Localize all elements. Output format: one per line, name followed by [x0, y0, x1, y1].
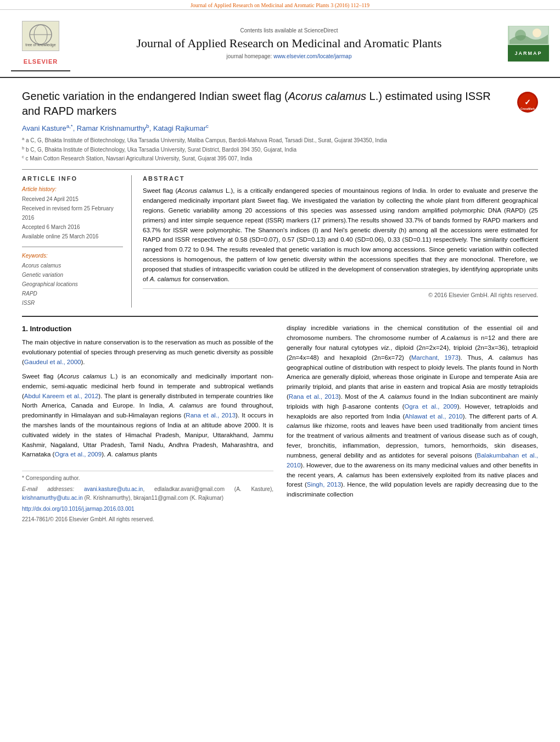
email-krishna[interactable]: krishnamurthy@utu.ac.in — [22, 495, 83, 501]
ref-rana[interactable]: Rana et al., 2013 — [289, 393, 339, 400]
affiliation-a: a a C, G, Bhakta Institute of Biotechnol… — [22, 136, 538, 144]
col2-para1: display incredible variations in the che… — [287, 323, 538, 500]
body-col-right: display incredible variations in the che… — [287, 323, 538, 523]
body-divider — [22, 316, 538, 317]
elsevier-label: ELSEVIER — [24, 58, 58, 65]
homepage-label: journal homepage: — [227, 53, 272, 59]
affiliations: a a C, G, Bhakta Institute of Biotechnol… — [22, 136, 538, 163]
authors-line: Avani Kasturea,*, Ramar Krishnamurthyb, … — [22, 123, 538, 132]
journal-homepage-line: journal homepage: www.elsevier.com/locat… — [76, 53, 502, 59]
affiliation-b: b b C, G, Bhakta Institute of Biotechnol… — [22, 145, 538, 154]
homepage-url[interactable]: www.elsevier.com/locate/jarmap — [273, 53, 351, 59]
keyword-3: Geographical locations — [22, 280, 123, 289]
ref-marchant[interactable]: Marchant, 1973 — [411, 354, 458, 361]
elsevier-section: tree of knowledge ELSEVIER — [11, 15, 70, 71]
abstract-label: ABSTRACT — [143, 175, 538, 182]
article-title-container: Genetic variation in the endangered Indi… — [22, 89, 512, 119]
abstract-column: ABSTRACT Sweet flag (Acorus calamus L.),… — [143, 175, 538, 308]
keyword-5: ISSR — [22, 298, 123, 308]
contents-text: Contents lists available at ScienceDirec… — [240, 27, 338, 34]
article-info-label: ARTICLE INFO — [22, 175, 123, 182]
article-content: Genetic variation in the endangered Indi… — [0, 78, 560, 534]
ref-gaudeul[interactable]: Gaudeul et al., 2000 — [24, 359, 81, 365]
ref-ogra[interactable]: Ogra et al., 2009 — [405, 403, 457, 410]
ref-ogra-2009[interactable]: Ogra et al., 2009 — [54, 451, 102, 458]
ref-rana-2013[interactable]: Rana et al., 2013 — [186, 412, 236, 419]
ref-singh[interactable]: Singh, 2013 — [307, 481, 341, 488]
jarmap-image-top — [508, 26, 549, 45]
copyright-line: © 2016 Elsevier GmbH. All rights reserve… — [143, 288, 538, 298]
keyword-4: RAPD — [22, 289, 123, 298]
journal-center-block: Contents lists available at ScienceDirec… — [76, 27, 502, 59]
received-date: Received 24 April 2015 — [22, 194, 123, 204]
keyword-2: Genetic variation — [22, 270, 123, 280]
revised-date: Received in revised form 25 February 201… — [22, 204, 123, 222]
ref-kareem[interactable]: Abdul Kareem et al., 2012 — [24, 393, 98, 399]
email-kasture[interactable]: avani.kasture@utu.ac.in — [84, 486, 143, 492]
intro-para1: The main objective in nature conservatio… — [22, 338, 273, 367]
ref-balakumbahan[interactable]: Balakumbahan et al., 2010 — [287, 452, 538, 468]
ref-ahlawat[interactable]: Ahlawat et al., 2010 — [405, 413, 462, 420]
keyword-1: Acorus calamus — [22, 261, 123, 270]
svg-text:✓: ✓ — [524, 98, 531, 107]
article-title: Genetic variation in the endangered Indi… — [22, 89, 512, 119]
top-journal-bar: Journal of Applied Research on Medicinal… — [0, 0, 560, 10]
elsevier-image: tree of knowledge — [22, 21, 59, 51]
abstract-text: Sweet flag (Acorus calamus L.), is a cri… — [143, 186, 538, 284]
email-note: E-mail addresses: avani.kasture@utu.ac.i… — [22, 485, 273, 503]
keywords-label: Keywords: — [22, 253, 123, 259]
intro-para2: Sweet flag (Acorus calamus L.) is an eco… — [22, 372, 273, 460]
crossmark-badge[interactable]: ✓ CrossMark — [517, 92, 538, 113]
body-content: 1. Introduction The main objective in na… — [22, 323, 538, 523]
article-info-abstract-section: ARTICLE INFO Article history: Received 2… — [22, 169, 538, 308]
keywords-list: Acorus calamus Genetic variation Geograp… — [22, 261, 123, 308]
body-col-left: 1. Introduction The main objective in na… — [22, 323, 273, 523]
available-date: Available online 25 March 2016 — [22, 232, 123, 241]
section1-heading: 1. Introduction — [22, 323, 273, 334]
journal-title-header: Journal of Applied Research on Medicinal… — [76, 36, 502, 51]
svg-text:tree of knowledge: tree of knowledge — [25, 43, 55, 47]
journal-header: tree of knowledge ELSEVIER Contents list… — [0, 10, 560, 78]
jarmap-logo: JARMAP — [508, 26, 549, 62]
article-history-label: Article history: — [22, 186, 123, 192]
article-title-section: Genetic variation in the endangered Indi… — [22, 89, 538, 119]
accepted-date: Accepted 6 March 2016 — [22, 222, 123, 232]
svg-point-7 — [533, 29, 541, 37]
journal-citation: Journal of Applied Research on Medicinal… — [191, 2, 369, 8]
doi-line[interactable]: http://dx.doi.org/10.1016/j.jarmap.2016.… — [22, 505, 273, 514]
svg-text:CrossMark: CrossMark — [520, 107, 535, 110]
corresponding-note: * Corresponding author. — [22, 474, 273, 483]
footer-section: * Corresponding author. E-mail addresses… — [22, 471, 273, 523]
article-info-column: ARTICLE INFO Article history: Received 2… — [22, 175, 132, 308]
contents-available-line: Contents lists available at ScienceDirec… — [76, 27, 502, 34]
article-dates: Received 24 April 2015 Received in revis… — [22, 194, 123, 247]
jarmap-label: JARMAP — [508, 45, 549, 62]
affiliation-c: c c Main Cotton Research Station, Navsar… — [22, 154, 538, 163]
issn-line: 2214-7861/© 2016 Elsevier GmbH. All righ… — [22, 515, 273, 524]
